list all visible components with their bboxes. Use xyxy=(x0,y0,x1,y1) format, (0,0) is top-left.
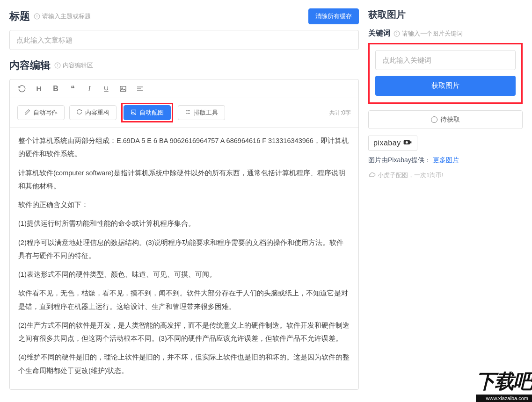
auto-write-button[interactable]: 自动写作 xyxy=(17,105,65,120)
layout-tool-button[interactable]: 排版工具 xyxy=(178,105,225,120)
italic-button[interactable]: I xyxy=(85,85,94,93)
paragraph: (2)程序可以满意地处理信息的数据结构。(3)说明程序功能要求和程序需要的文档的… xyxy=(18,236,350,263)
undo-icon[interactable] xyxy=(17,85,27,93)
pending-button[interactable]: 待获取 xyxy=(368,110,523,129)
char-count: 共计:0字 xyxy=(329,109,351,117)
paragraph: 整个计算机系统由两部分组成：E.69DA 5 E 6 BA 9062616964… xyxy=(18,134,350,161)
content-label: 内容编辑 xyxy=(9,58,51,72)
editor-body[interactable]: 整个计算机系统由两部分组成：E.69DA 5 E 6 BA 9062616964… xyxy=(10,128,358,389)
title-header: 标题 请输入主题或标题 清除所有缓存 xyxy=(9,8,359,24)
highlight-keyword-box: 获取图片 xyxy=(368,43,523,104)
svg-rect-7 xyxy=(120,86,126,91)
restructure-button[interactable]: 内容重构 xyxy=(69,105,117,120)
quote-button[interactable]: ❝ xyxy=(68,84,77,93)
keyword-label: 关键词 xyxy=(368,29,391,38)
heading-button[interactable]: H xyxy=(34,85,44,93)
svg-point-21 xyxy=(397,32,397,33)
watermark-text: 下载吧 xyxy=(476,368,532,395)
pencil-icon xyxy=(24,109,30,116)
layout-icon xyxy=(185,109,191,116)
image-button[interactable] xyxy=(118,85,128,93)
refresh-icon xyxy=(76,109,82,116)
clear-cache-button[interactable]: 清除所有缓存 xyxy=(308,8,359,24)
paragraph: (4)维护不同的硬件是旧的，理论上软件是旧的，并不坏，但实际上软件也是旧的和坏的… xyxy=(18,351,350,377)
paragraph: 软件的正确含义如下： xyxy=(18,198,350,211)
paragraph: 计算机软件(computer software)是指计算机系统中除硬件以外的所有… xyxy=(18,166,350,193)
watermark: 下载吧 www.xiazaiba.com xyxy=(476,368,532,402)
watermark-url: www.xiazaiba.com xyxy=(476,395,532,402)
svg-rect-24 xyxy=(410,141,411,143)
title-input[interactable] xyxy=(9,30,359,50)
circle-icon xyxy=(431,116,437,123)
paragraph: (2)生产方式不同的软件是开发，是人类智能的高发挥，而不是传统意义上的硬件制造。… xyxy=(18,319,350,345)
more-images-link[interactable]: 更多图片 xyxy=(433,156,459,164)
info-icon xyxy=(54,62,61,69)
cloud-icon xyxy=(368,172,376,179)
info-icon xyxy=(394,30,400,37)
align-button[interactable] xyxy=(135,85,145,93)
auto-image-button[interactable]: 自动配图 xyxy=(124,105,171,120)
underline-button[interactable] xyxy=(102,85,111,93)
image-icon xyxy=(131,109,137,116)
content-hint: 内容编辑区 xyxy=(54,61,93,70)
svg-point-5 xyxy=(58,64,58,65)
keyword-input[interactable] xyxy=(375,50,516,70)
info-icon xyxy=(34,13,40,20)
camera-icon xyxy=(403,139,412,147)
credit-row: 图片由Pixabay提供： 更多图片 xyxy=(368,156,523,165)
svg-point-23 xyxy=(405,141,408,144)
title-hint: 请输入主题或标题 xyxy=(34,12,91,21)
keyword-row: 关键词 请输入一个图片关键词 xyxy=(368,29,523,38)
paragraph: (1)提供运行时所需功能和性能的命令或计算机程序集合。 xyxy=(18,217,350,230)
highlight-auto-image: 自动配图 xyxy=(121,103,173,122)
editor-container: H B ❝ I xyxy=(9,79,359,390)
fetch-image-button[interactable]: 获取图片 xyxy=(375,76,516,96)
content-header: 内容编辑 内容编辑区 xyxy=(9,58,359,72)
format-toolbar: H B ❝ I xyxy=(10,79,358,98)
svg-rect-12 xyxy=(131,110,136,114)
pixabay-badge: pixabay xyxy=(368,136,417,151)
paragraph: 软件看不见，无色，枯燥，看不见，摸不到，闻不到。软件大部分存在于人们的头脑或纸上… xyxy=(18,287,350,313)
paragraph: (1)表达形式不同的硬件类型、颜色、味道、可见、可摸、可闻。 xyxy=(18,268,350,281)
keyword-hint: 请输入一个图片关键词 xyxy=(394,29,463,38)
title-label: 标题 xyxy=(9,9,30,23)
bold-button[interactable]: B xyxy=(51,85,60,93)
svg-point-2 xyxy=(37,15,37,15)
footer-hint: 小虎子配图，一次1淘币! xyxy=(368,171,523,179)
action-toolbar: 自动写作 内容重构 自动配图 xyxy=(10,98,358,128)
image-panel-title: 获取图片 xyxy=(368,8,523,21)
